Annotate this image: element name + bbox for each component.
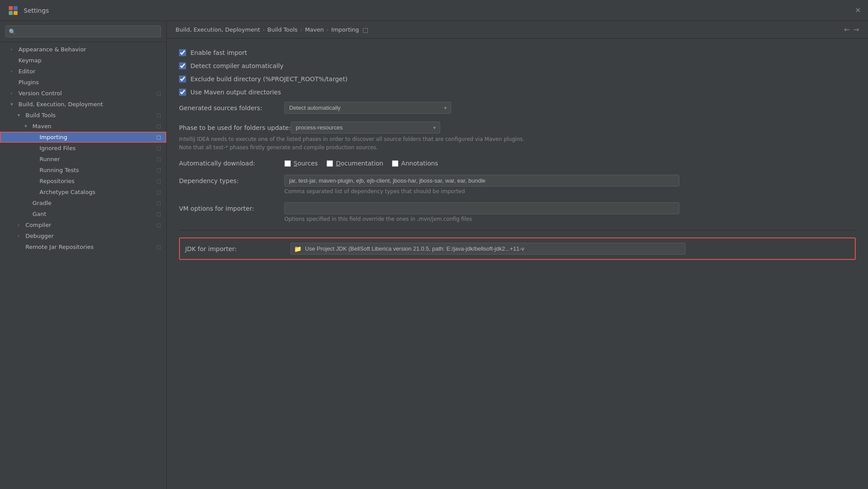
sidebar-item-compiler[interactable]: › Compiler □ — [0, 219, 166, 230]
generated-sources-label: Generated sources folders: — [179, 104, 284, 111]
expand-icon: ▾ — [11, 101, 17, 107]
sidebar-item-build-exec[interactable]: ▾ Build, Execution, Deployment — [0, 99, 166, 110]
expand-icon: › — [18, 233, 24, 239]
dep-types-input[interactable] — [284, 175, 679, 187]
exclude-build-dir-row[interactable]: Exclude build directory (%PROJECT_ROOT%/… — [179, 76, 856, 83]
sidebar-item-label: Editor — [18, 68, 161, 75]
generated-sources-select[interactable]: Detect automatically Don't detect Each m… — [284, 102, 451, 114]
jdk-label: JDK for importer: — [185, 245, 291, 252]
annotations-checkbox[interactable] — [392, 160, 398, 167]
use-maven-output-row[interactable]: Use Maven output directories — [179, 89, 856, 96]
use-maven-output-checkbox[interactable] — [179, 89, 186, 96]
enable-fast-import-row[interactable]: Enable fast import — [179, 49, 856, 56]
annotations-checkbox-wrapper[interactable]: Annotations — [392, 160, 438, 167]
sources-checkbox-wrapper[interactable]: Sources — [284, 160, 318, 167]
sidebar-item-label: Runner — [39, 156, 157, 162]
vm-input[interactable] — [284, 202, 679, 214]
sidebar-item-ignored-files[interactable]: Ignored Files □ — [0, 143, 166, 154]
svg-rect-3 — [14, 11, 18, 15]
jdk-select-wrapper: 📁 Use Project JDK (BellSoft Liberica ver… — [291, 243, 685, 255]
expand-icon: › — [11, 90, 17, 96]
sidebar-item-editor[interactable]: › Editor — [0, 66, 166, 77]
title-bar: Settings ✕ — [0, 0, 868, 21]
use-maven-output-label: Use Maven output directories — [190, 89, 281, 96]
breadcrumb-sep-1: › — [262, 27, 265, 33]
sidebar-item-label: Debugger — [25, 233, 161, 239]
phase-row: Phase to be used for folders update: pro… — [179, 122, 856, 133]
sidebar-item-maven[interactable]: ▾ Maven □ — [0, 121, 166, 132]
phase-label: Phase to be used for folders update: — [179, 124, 291, 131]
forward-button[interactable]: → — [854, 25, 859, 34]
phase-hint-text: IntelliJ IDEA needs to execute one of th… — [179, 135, 856, 152]
search-wrapper: 🔍 — [5, 25, 161, 37]
divider — [179, 230, 856, 230]
pin-icon: □ — [157, 167, 161, 173]
sidebar-item-label: Archetype Catalogs — [39, 189, 157, 195]
breadcrumb-part-3: Maven — [305, 26, 324, 33]
search-icon: 🔍 — [9, 28, 16, 35]
right-panel: Build, Execution, Deployment › Build Too… — [167, 21, 868, 489]
phase-select[interactable]: process-resources generate-sources compi… — [291, 122, 440, 133]
pin-icon: □ — [157, 90, 161, 96]
phase-select-wrapper: process-resources generate-sources compi… — [291, 122, 440, 133]
pin-icon: □ — [157, 222, 161, 228]
back-button[interactable]: ← — [844, 25, 850, 34]
sidebar-item-gant[interactable]: Gant □ — [0, 209, 166, 219]
sidebar-item-label: Plugins — [18, 79, 161, 86]
pin-icon: □ — [157, 244, 161, 250]
breadcrumb-part-1: Build, Execution, Deployment — [176, 26, 260, 33]
pin-icon: □ — [157, 200, 161, 206]
sidebar-item-keymap[interactable]: Keymap — [0, 55, 166, 66]
sidebar-item-archetype-catalogs[interactable]: Archetype Catalogs □ — [0, 187, 166, 198]
generated-sources-row: Generated sources folders: Detect automa… — [179, 102, 856, 114]
pin-icon: □ — [157, 134, 161, 140]
sidebar-item-running-tests[interactable]: Running Tests □ — [0, 165, 166, 176]
sidebar-item-plugins[interactable]: Plugins — [0, 77, 166, 88]
generated-sources-select-wrapper: Detect automatically Don't detect Each m… — [284, 102, 451, 114]
sources-checkbox[interactable] — [284, 160, 291, 167]
sidebar-item-remote-jar[interactable]: Remote Jar Repositories □ — [0, 241, 166, 252]
exclude-build-dir-checkbox[interactable] — [179, 76, 186, 83]
search-input[interactable] — [5, 25, 161, 37]
pin-icon: □ — [157, 156, 161, 162]
sidebar-item-gradle[interactable]: Gradle □ — [0, 198, 166, 209]
detect-compiler-label: Detect compiler automatically — [190, 62, 283, 69]
sidebar-item-runner[interactable]: Runner □ — [0, 154, 166, 165]
pin-icon: □ — [157, 123, 161, 129]
dep-types-label: Dependency types: — [179, 177, 284, 184]
window-title: Settings — [24, 7, 49, 14]
pin-icon: □ — [157, 211, 161, 217]
jdk-icon: 📁 — [294, 245, 301, 252]
documentation-label: Documentation — [336, 160, 383, 167]
documentation-checkbox-wrapper[interactable]: Documentation — [326, 160, 383, 167]
breadcrumb-nav: ← → — [844, 25, 859, 34]
sidebar: 🔍 › Appearance & Behavior Keymap › — [0, 21, 167, 489]
sidebar-item-label: Appearance & Behavior — [18, 46, 161, 53]
sidebar-item-label: Maven — [32, 123, 157, 129]
sidebar-item-version-control[interactable]: › Version Control □ — [0, 88, 166, 99]
enable-fast-import-checkbox[interactable] — [179, 49, 186, 56]
sidebar-item-label: Importing — [39, 134, 157, 140]
vm-hint: Options specified in this field override… — [179, 216, 856, 222]
dep-types-row: Dependency types: — [179, 175, 856, 187]
close-button[interactable]: ✕ — [855, 6, 861, 14]
sidebar-item-debugger[interactable]: › Debugger — [0, 230, 166, 241]
breadcrumb-bar: Build, Execution, Deployment › Build Too… — [167, 21, 868, 39]
vm-label: VM options for importer: — [179, 205, 284, 212]
detect-compiler-checkbox[interactable] — [179, 62, 186, 69]
sidebar-item-build-tools[interactable]: ▾ Build Tools □ — [0, 110, 166, 121]
settings-window: Settings ✕ 🔍 › Appearance & Behavior — [0, 0, 868, 489]
sidebar-item-label: Build, Execution, Deployment — [18, 101, 161, 108]
search-bar: 🔍 — [0, 21, 166, 42]
sidebar-item-label: Version Control — [18, 90, 157, 97]
expand-icon: › — [11, 47, 17, 52]
detect-compiler-row[interactable]: Detect compiler automatically — [179, 62, 856, 69]
jdk-select[interactable]: Use Project JDK (BellSoft Liberica versi… — [291, 243, 685, 255]
expand-icon: › — [18, 222, 24, 228]
pin-icon: □ — [157, 145, 161, 151]
sidebar-item-importing[interactable]: Importing □ — [0, 132, 166, 143]
documentation-checkbox[interactable] — [326, 160, 333, 167]
svg-rect-2 — [9, 11, 13, 15]
sidebar-item-repositories[interactable]: Repositories □ — [0, 176, 166, 187]
sidebar-item-appearance[interactable]: › Appearance & Behavior — [0, 44, 166, 55]
